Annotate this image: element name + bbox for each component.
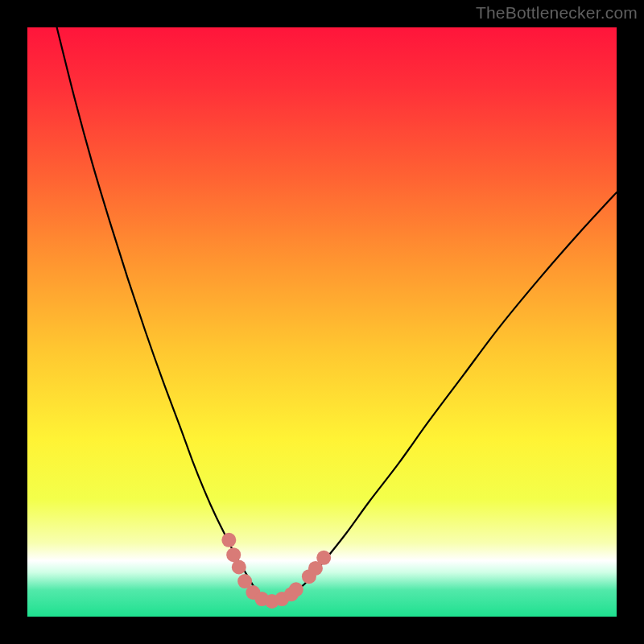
highlight-dot	[221, 533, 236, 547]
highlight-dot	[232, 560, 246, 575]
gradient-background	[27, 27, 617, 617]
watermark-text: TheBottlenecker.com	[476, 3, 638, 23]
bottleneck-chart	[27, 27, 617, 617]
highlight-dot	[316, 551, 331, 565]
chart-frame: TheBottlenecker.com	[0, 0, 644, 644]
highlight-dot	[289, 582, 303, 597]
highlight-dot	[226, 547, 241, 562]
